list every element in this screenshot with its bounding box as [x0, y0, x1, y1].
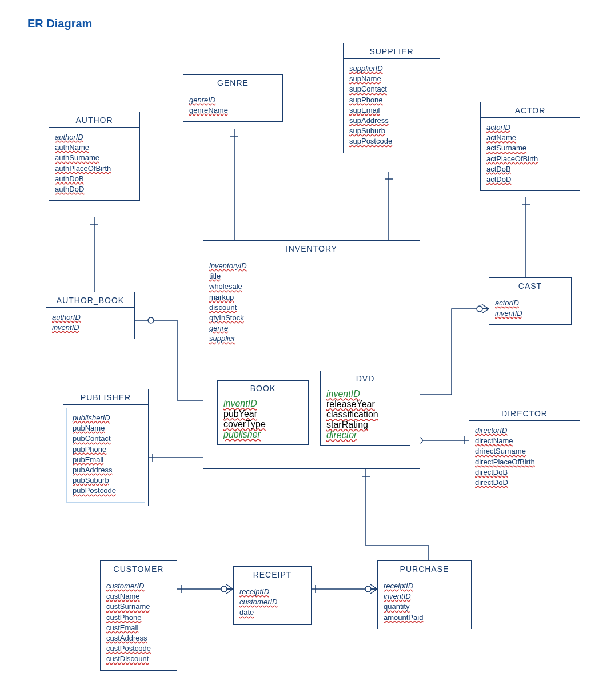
entity-attrs: authorID inventID: [46, 308, 134, 339]
attr: pubYear: [223, 409, 302, 419]
attr: receiptID: [239, 587, 305, 597]
entity-dvd: DVD inventID releaseYear classification …: [320, 371, 410, 446]
attr: custDiscount: [106, 654, 171, 664]
entity-title: AUTHOR: [49, 112, 139, 128]
attr: pubSuburb: [73, 475, 139, 486]
entity-attrs: actorID actName actSurname actPlaceOfBir…: [481, 118, 580, 190]
entity-title: ACTOR: [481, 102, 580, 118]
attr: supEmail: [349, 105, 434, 116]
entity-attrs: inventID pubYear coverType publisher: [218, 395, 308, 444]
entity-title: CUSTOMER: [101, 561, 177, 576]
entity-title: PURCHASE: [378, 561, 471, 576]
attr: date: [239, 607, 305, 618]
attr: releaseYear: [326, 399, 404, 409]
attr: quantity: [384, 602, 465, 612]
entity-title: RECEIPT: [234, 567, 311, 582]
attr: publisherID: [73, 413, 139, 423]
attr: directDoD: [475, 478, 574, 488]
attr: supPostcode: [349, 136, 434, 146]
entity-attrs: customerID custName custSurname custPhon…: [101, 576, 177, 670]
attr: pubPhone: [73, 444, 139, 455]
entity-attrs: receiptID customerID date: [234, 582, 311, 624]
attr: supplierID: [349, 63, 434, 74]
attr: directorID: [475, 425, 574, 436]
entity-title: PUBLISHER: [63, 389, 148, 405]
attr: director: [326, 430, 404, 440]
attr: starRating: [326, 420, 404, 430]
attr: directDoB: [475, 467, 574, 478]
attr: genreName: [189, 105, 277, 116]
attr: actDoB: [486, 164, 574, 174]
entity-author-book: AUTHOR_BOOK authorID inventID: [46, 292, 135, 339]
attr: supAddress: [349, 116, 434, 126]
attr: authDoD: [55, 184, 134, 194]
entity-title: INVENTORY: [203, 241, 420, 256]
attr: markup: [209, 292, 414, 303]
attr: actorID: [486, 122, 574, 133]
attr: drirectSurname: [475, 446, 574, 456]
attr: pubEmail: [73, 455, 139, 465]
entity-attrs: actorID inventID: [489, 293, 571, 324]
attr: supName: [349, 74, 434, 84]
attr: actorID: [495, 298, 565, 308]
attr: authName: [55, 142, 134, 153]
entity-actor: ACTOR actorID actName actSurname actPlac…: [480, 102, 580, 191]
attr: discount: [209, 303, 414, 313]
attr: supSuburb: [349, 126, 434, 136]
attr: directName: [475, 436, 574, 446]
entity-supplier: SUPPLIER supplierID supName supContact s…: [343, 43, 440, 153]
entity-attrs: receiptID inventID quantity amountPaid: [378, 576, 471, 629]
entity-attrs: supplierID supName supContact supPhone s…: [344, 59, 440, 153]
entity-attrs: inventoryID title wholesale markup disco…: [203, 256, 420, 350]
entity-attrs: genreID genreName: [183, 90, 282, 121]
attr: actName: [486, 133, 574, 143]
entity-title: DVD: [321, 371, 410, 385]
attr: publisher: [223, 429, 302, 440]
attr: pubContact: [73, 433, 139, 444]
attr: authSurname: [55, 153, 134, 163]
attr: custEmail: [106, 623, 171, 633]
attr: customerID: [106, 581, 171, 591]
attr: custSurname: [106, 602, 171, 612]
attr: coverType: [223, 419, 302, 429]
attr: amountPaid: [384, 612, 465, 623]
attr: wholesale: [209, 281, 414, 292]
attr: authorID: [55, 132, 134, 142]
entity-customer: CUSTOMER customerID custName custSurname…: [100, 560, 177, 671]
entity-publisher: PUBLISHER publisherID pubName pubContact…: [63, 389, 149, 506]
entity-director: DIRECTOR directorID directName drirectSu…: [469, 405, 580, 494]
attr: classification: [326, 409, 404, 420]
attr: custAddress: [106, 633, 171, 643]
entity-title: CAST: [489, 278, 571, 293]
attr: pubAddress: [73, 465, 139, 475]
attr: authDoB: [55, 174, 134, 184]
entity-title: DIRECTOR: [469, 405, 580, 421]
entity-attrs: inventID releaseYear classification star…: [321, 385, 410, 445]
entity-cast: CAST actorID inventID: [489, 277, 572, 325]
attr: pubPostcode: [73, 486, 139, 496]
entity-title: GENRE: [183, 75, 282, 90]
attr: supPhone: [349, 95, 434, 105]
attr: receiptID: [384, 581, 465, 591]
attr: customerID: [239, 597, 305, 607]
attr: supplier: [209, 333, 414, 344]
attr: inventID: [326, 389, 404, 399]
attr: actDoD: [486, 174, 574, 185]
entity-book: BOOK inventID pubYear coverType publishe…: [217, 380, 309, 445]
entity-author: AUTHOR authorID authName authSurname aut…: [49, 112, 140, 201]
attr: supContact: [349, 84, 434, 94]
attr: qtyInStock: [209, 313, 414, 323]
entity-title: SUPPLIER: [344, 43, 440, 59]
attr: title: [209, 271, 414, 281]
attr: inventoryID: [209, 261, 414, 271]
attr: inventID: [384, 591, 465, 602]
attr: genreID: [189, 95, 277, 105]
entity-attrs: authorID authName authSurname authPlaceO…: [49, 128, 139, 200]
attr: directPlaceOfBirth: [475, 457, 574, 467]
attr: custName: [106, 591, 171, 602]
attr: inventID: [52, 323, 129, 333]
entity-genre: GENRE genreID genreName: [183, 74, 283, 122]
attr: inventID: [495, 308, 565, 319]
attr: authorID: [52, 312, 129, 323]
entity-receipt: RECEIPT receiptID customerID date: [233, 566, 312, 625]
